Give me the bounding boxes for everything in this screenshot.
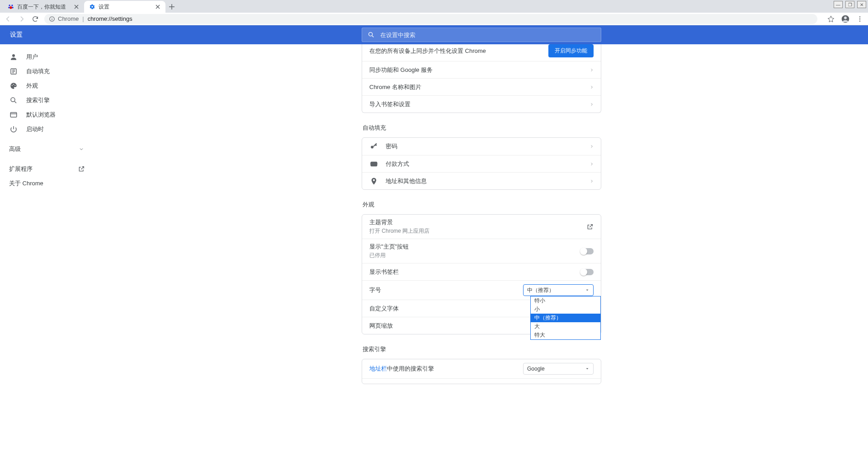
row-label: 同步功能和 Google 服务 bbox=[369, 66, 433, 74]
window-maximize-button[interactable]: ❐ bbox=[845, 1, 854, 8]
row-addresses[interactable]: 地址和其他信息 bbox=[362, 172, 601, 189]
chevron-right-icon bbox=[590, 67, 594, 73]
row-label: 导入书签和设置 bbox=[369, 100, 410, 108]
svg-point-20 bbox=[371, 146, 373, 149]
search-icon bbox=[9, 96, 18, 105]
chevron-right-icon bbox=[590, 179, 594, 184]
row-sync: 在您的所有设备上同步并个性化设置 Chrome 开启同步功能 bbox=[362, 44, 601, 61]
omnibox-url: chrome://settings bbox=[88, 15, 132, 22]
tab-1-close-icon[interactable] bbox=[155, 4, 161, 10]
svg-point-17 bbox=[14, 85, 15, 86]
sync-enable-button[interactable]: 开启同步功能 bbox=[548, 44, 594, 57]
section-title-search: 搜索引擎 bbox=[363, 345, 601, 353]
svg-point-11 bbox=[859, 20, 860, 21]
row-label: 字号 bbox=[369, 286, 381, 294]
new-tab-button[interactable] bbox=[165, 1, 178, 13]
font-option-xs[interactable]: 特小 bbox=[531, 296, 600, 305]
row-sync-services[interactable]: 同步功能和 Google 服务 bbox=[362, 61, 601, 78]
home-button-toggle[interactable] bbox=[581, 248, 594, 254]
svg-point-9 bbox=[859, 16, 860, 17]
svg-point-10 bbox=[859, 18, 860, 19]
sidebar-item-autofill[interactable]: 自动填充 bbox=[0, 64, 95, 79]
search-engine-select[interactable]: Google bbox=[523, 363, 594, 375]
omnibox[interactable]: Chrome | chrome://settings bbox=[44, 14, 817, 24]
sidebar-item-extensions[interactable]: 扩展程序 bbox=[0, 162, 95, 176]
tab-0-title: 百度一下，你就知道 bbox=[17, 3, 71, 11]
settings-search-box[interactable] bbox=[362, 28, 601, 42]
row-label: 显示"主页"按钮 bbox=[369, 243, 409, 251]
sidebar-item-user[interactable]: 用户 bbox=[0, 50, 95, 64]
row-partial-cut bbox=[362, 378, 601, 384]
search-icon bbox=[368, 31, 375, 38]
window-controls: — ❐ ✕ bbox=[834, 1, 866, 8]
kebab-menu-icon[interactable] bbox=[855, 14, 864, 24]
tab-0-close-icon[interactable] bbox=[73, 4, 80, 10]
font-size-value: 中（推荐） bbox=[527, 287, 554, 294]
svg-point-13 bbox=[12, 54, 15, 57]
palette-icon bbox=[9, 81, 18, 90]
svg-point-0 bbox=[9, 5, 10, 6]
sidebar-item-label: 外观 bbox=[26, 82, 38, 90]
svg-point-2 bbox=[8, 7, 10, 9]
sidebar-advanced-toggle[interactable]: 高级 bbox=[0, 142, 95, 156]
row-label: 主题背景 bbox=[369, 218, 429, 226]
omnibox-prefix: Chrome bbox=[58, 15, 79, 22]
reload-button[interactable] bbox=[31, 14, 40, 24]
chevron-right-icon bbox=[590, 161, 594, 167]
bookmarks-bar-toggle[interactable] bbox=[581, 269, 594, 275]
sidebar-item-on-startup[interactable]: 启动时 bbox=[0, 122, 95, 136]
back-button[interactable] bbox=[4, 14, 13, 24]
chevron-right-icon bbox=[590, 102, 594, 107]
window-minimize-button[interactable]: — bbox=[834, 1, 843, 8]
forward-button[interactable] bbox=[17, 14, 26, 24]
browser-chrome: 百度一下，你就知道 设置 — ❐ ✕ bbox=[0, 0, 868, 25]
row-home-button: 显示"主页"按钮 已停用 bbox=[362, 239, 601, 263]
gear-favicon-icon bbox=[89, 3, 96, 10]
row-label: Chrome 名称和图片 bbox=[369, 83, 421, 91]
font-option-l[interactable]: 大 bbox=[531, 322, 600, 331]
profile-avatar-icon[interactable] bbox=[841, 14, 850, 24]
svg-rect-19 bbox=[10, 113, 17, 118]
sidebar-item-label: 自动填充 bbox=[26, 67, 50, 75]
chevron-right-icon bbox=[590, 144, 594, 149]
row-theme[interactable]: 主题背景 打开 Chrome 网上应用店 bbox=[362, 215, 601, 239]
row-payment[interactable]: 付款方式 bbox=[362, 155, 601, 172]
tab-0[interactable]: 百度一下，你就知道 bbox=[3, 1, 84, 13]
bookmark-star-icon[interactable] bbox=[826, 14, 835, 24]
window-close-button[interactable]: ✕ bbox=[857, 1, 866, 8]
site-info-icon[interactable]: Chrome bbox=[49, 15, 79, 22]
app-title: 设置 bbox=[0, 31, 95, 39]
settings-search-input[interactable] bbox=[380, 32, 595, 38]
autofill-card: 密码 付款方式 地址和其他信息 bbox=[362, 137, 601, 190]
person-icon bbox=[9, 52, 18, 61]
content-scroll[interactable]: 在您的所有设备上同步并个性化设置 Chrome 开启同步功能 同步功能和 Goo… bbox=[95, 44, 868, 470]
external-link-icon bbox=[77, 164, 86, 174]
svg-rect-22 bbox=[371, 163, 377, 164]
svg-point-15 bbox=[12, 85, 13, 86]
sidebar-item-search-engine[interactable]: 搜索引擎 bbox=[0, 93, 95, 108]
addressbar-link[interactable]: 地址栏 bbox=[369, 365, 387, 372]
tabstrip: 百度一下，你就知道 设置 — ❐ ✕ bbox=[0, 0, 868, 13]
sidebar-item-default-browser[interactable]: 默认浏览器 bbox=[0, 108, 95, 122]
font-option-s[interactable]: 小 bbox=[531, 305, 600, 314]
row-passwords[interactable]: 密码 bbox=[362, 138, 601, 155]
svg-point-8 bbox=[844, 16, 847, 19]
row-bookmarks-bar: 显示书签栏 bbox=[362, 263, 601, 280]
browser-icon bbox=[9, 110, 18, 119]
tab-1[interactable]: 设置 bbox=[84, 1, 165, 13]
row-chrome-name[interactable]: Chrome 名称和图片 bbox=[362, 78, 601, 95]
app-header: 设置 bbox=[0, 25, 868, 44]
row-sub: 已停用 bbox=[369, 252, 409, 259]
sidebar-item-appearance[interactable]: 外观 bbox=[0, 79, 95, 93]
font-option-xl[interactable]: 特大 bbox=[531, 331, 600, 339]
row-import-bookmarks[interactable]: 导入书签和设置 bbox=[362, 95, 601, 113]
svg-point-1 bbox=[11, 5, 13, 6]
key-icon bbox=[369, 142, 378, 151]
font-option-m[interactable]: 中（推荐） bbox=[531, 314, 600, 322]
sidebar-item-about[interactable]: 关于 Chrome bbox=[0, 176, 95, 191]
svg-point-3 bbox=[12, 7, 14, 9]
card-icon bbox=[369, 160, 378, 169]
section-title-autofill: 自动填充 bbox=[363, 124, 601, 132]
font-size-select[interactable]: 中（推荐） bbox=[523, 284, 594, 296]
row-addressbar-engine: 地址栏中使用的搜索引擎 Google bbox=[362, 359, 601, 378]
